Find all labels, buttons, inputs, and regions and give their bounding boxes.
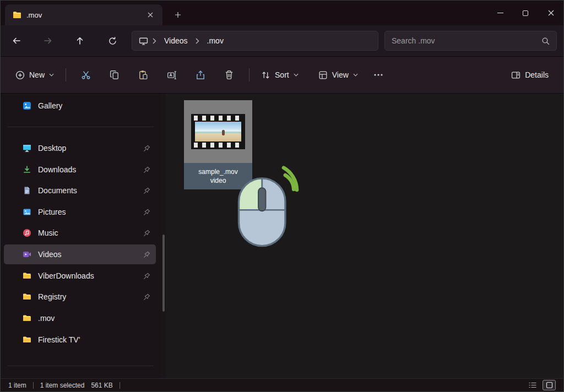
back-button[interactable] — [6, 31, 27, 51]
sidebar-item-downloads[interactable]: Downloads — [4, 160, 156, 179]
view-button[interactable]: View — [312, 64, 364, 86]
maximize-icon — [523, 10, 528, 16]
plus-circle-icon — [15, 70, 25, 80]
sidebar-item-label: .mov — [38, 314, 55, 323]
close-button[interactable] — [538, 1, 563, 25]
new-button[interactable]: New — [9, 64, 60, 86]
sidebar-item-label: Gallery — [38, 101, 62, 110]
cut-button[interactable] — [75, 64, 97, 86]
forward-icon — [43, 36, 53, 46]
sidebar-item-registry[interactable]: Registry — [4, 287, 156, 307]
search-input[interactable] — [392, 36, 541, 45]
sidebar-item-label: Registry — [38, 292, 66, 301]
share-button[interactable] — [189, 64, 212, 86]
thumbnail-view-button[interactable] — [543, 380, 556, 390]
filmstrip-thumbnail — [191, 114, 245, 149]
sidebar-item-label: ViberDownloads — [38, 271, 94, 280]
videos-icon — [23, 250, 31, 259]
file-explorer-window: .mov — [0, 0, 564, 392]
delete-button[interactable] — [218, 64, 240, 86]
downloads-icon — [23, 165, 31, 174]
chevron-down-icon — [49, 73, 54, 77]
toolbar-divider — [249, 68, 250, 81]
details-pane-icon — [511, 70, 520, 80]
mouse-click-illustration — [229, 164, 301, 253]
item-count: 1 item — [8, 382, 26, 389]
paste-button[interactable] — [132, 64, 154, 86]
folder-icon — [23, 271, 31, 280]
selection-summary: 1 item selected — [40, 382, 85, 389]
sidebar-item-viberdownloads[interactable]: ViberDownloads — [4, 266, 156, 286]
breadcrumb-mov[interactable]: .mov — [204, 34, 227, 47]
address-bar[interactable]: Videos .mov — [132, 31, 378, 51]
gallery-icon — [23, 101, 31, 110]
sidebar-item-documents[interactable]: Documents — [4, 181, 156, 200]
minimize-button[interactable] — [487, 1, 513, 25]
up-button[interactable] — [69, 31, 90, 51]
sort-label: Sort — [275, 70, 289, 79]
command-bar: New Sort View — [1, 56, 563, 94]
toolbar-divider — [66, 68, 66, 81]
close-icon — [548, 10, 554, 16]
maximize-button[interactable] — [513, 1, 538, 25]
status-bar: 1 item 1 item selected 561 KB — [1, 378, 563, 391]
sidebar-scrollbar[interactable] — [161, 94, 166, 378]
sort-button[interactable]: Sort — [255, 64, 305, 86]
status-divider — [33, 382, 34, 389]
refresh-button[interactable] — [102, 31, 123, 51]
refresh-icon — [108, 36, 117, 46]
video-thumbnail — [184, 100, 252, 163]
more-icon — [374, 74, 383, 76]
sidebar-divider — [7, 366, 154, 366]
pin-icon — [143, 293, 150, 301]
chevron-down-icon — [294, 73, 299, 77]
share-icon — [196, 70, 205, 80]
sidebar-item-desktop[interactable]: Desktop — [4, 138, 156, 158]
tab-title: .mov — [26, 11, 139, 19]
copy-button[interactable] — [104, 64, 126, 86]
navigation-pane: Gallery Desktop Downloads Documents — [1, 94, 160, 378]
search-icon[interactable] — [541, 37, 550, 45]
more-options-button[interactable] — [367, 64, 389, 86]
sidebar-item-videos[interactable]: Videos — [4, 244, 156, 264]
sidebar-item-pictures[interactable]: Pictures — [4, 202, 156, 222]
up-icon — [75, 36, 85, 46]
filmstrip-sprockets — [194, 116, 242, 121]
breadcrumb-chevron-icon — [150, 38, 159, 44]
folder-icon — [23, 335, 31, 344]
view-label: View — [332, 70, 349, 79]
chevron-down-icon — [353, 73, 358, 77]
details-label: Details — [525, 70, 549, 79]
details-view-button[interactable] — [526, 380, 539, 390]
sidebar-item-gallery[interactable]: Gallery — [4, 96, 156, 116]
tab-close-button[interactable] — [144, 8, 157, 21]
person-figure — [222, 130, 225, 135]
forward-button[interactable] — [37, 31, 58, 51]
folder-icon — [23, 292, 31, 301]
scrollbar-thumb[interactable] — [162, 235, 165, 312]
desktop-icon — [23, 144, 31, 153]
search-box[interactable] — [384, 31, 557, 51]
breadcrumb-videos[interactable]: Videos — [161, 34, 191, 47]
sidebar-item-music[interactable]: Music — [4, 223, 156, 243]
beach-frame — [195, 122, 241, 141]
sidebar-divider — [7, 127, 154, 127]
breadcrumb-chevron-icon — [193, 38, 202, 44]
pin-icon — [143, 273, 150, 280]
sidebar-item-firestick-tv[interactable]: Firestick TV' — [4, 330, 156, 350]
details-button[interactable]: Details — [505, 64, 555, 86]
minimize-icon — [497, 13, 503, 13]
rename-button[interactable] — [161, 64, 183, 86]
pin-icon — [143, 209, 150, 216]
tab-mov[interactable]: .mov — [5, 4, 162, 25]
delete-icon — [224, 70, 234, 80]
pin-icon — [143, 166, 150, 173]
sidebar-item-mov[interactable]: .mov — [4, 308, 156, 328]
view-toggles — [526, 380, 556, 390]
sidebar-item-label: Documents — [38, 186, 77, 195]
sidebar-item-label: Downloads — [38, 165, 76, 174]
new-tab-button[interactable] — [170, 8, 186, 22]
sidebar-item-label: Firestick TV' — [38, 335, 80, 344]
folder-icon — [23, 314, 31, 323]
new-label: New — [29, 70, 45, 79]
